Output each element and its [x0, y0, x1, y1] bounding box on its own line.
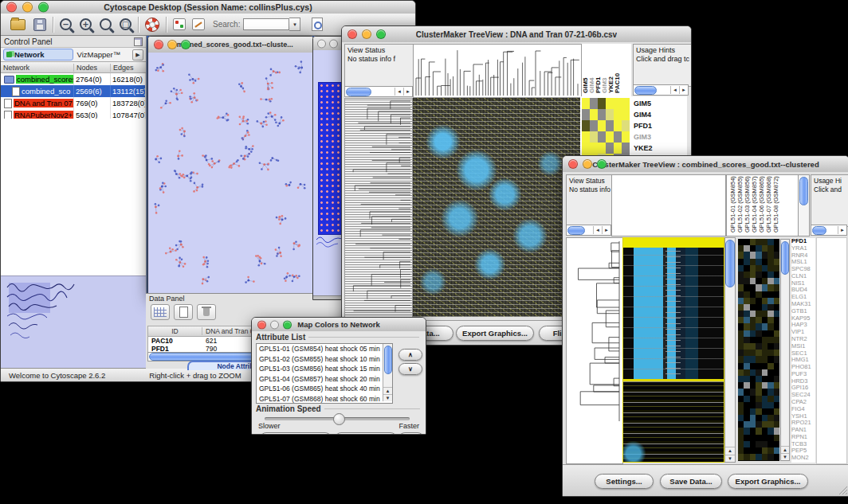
column-label[interactable]: GPL51-04 (GSM857) [751, 175, 758, 232]
network-canvas[interactable] [148, 53, 313, 294]
open-session-icon[interactable] [10, 19, 26, 30]
gene-label[interactable]: YKE2 [634, 143, 686, 154]
slider-thumb[interactable] [333, 413, 345, 425]
resize-grip[interactable] [838, 486, 848, 495]
column-label[interactable]: GPL51-07 (GSM868) [765, 175, 772, 232]
column-label[interactable]: GPL51-03 (GSM856) [744, 175, 751, 232]
vizmapper-icon[interactable] [173, 18, 186, 30]
scroll-left-icon[interactable]: ◄ [593, 226, 602, 234]
tab-scroll-arrow[interactable]: ▶ [132, 49, 143, 61]
scroll-left-icon[interactable]: ◄ [395, 88, 403, 96]
move-up-button[interactable]: ∧ [398, 349, 422, 361]
attribute-list-item[interactable]: GPL51-04 (GSM857) heat shock 20 min [257, 374, 392, 385]
delete-attribute-trash-icon[interactable] [197, 304, 216, 320]
gene-label[interactable]: GIM4 [634, 109, 686, 120]
zoom-in-icon[interactable]: + [80, 18, 92, 30]
network-row-combined-scores[interactable]: combined_scores 2764(0) 16218(0) [1, 73, 146, 85]
zoom-window-icon[interactable] [376, 29, 386, 39]
gene-label[interactable]: MON2 [791, 455, 815, 462]
column-label[interactable]: GIM3 [601, 44, 607, 93]
treeview-combined-titlebar[interactable]: ClusterMaker TreeView : combined_scores_… [563, 156, 848, 173]
labels-vscrollbar[interactable] [798, 174, 810, 236]
minimize-icon[interactable] [22, 2, 33, 13]
background-window-titlebar[interactable] [313, 37, 345, 51]
close-icon[interactable] [568, 159, 578, 169]
minimize-icon[interactable] [270, 320, 279, 329]
dialog-titlebar[interactable]: Map Colors to Network [252, 318, 426, 332]
tab-vizmapper[interactable]: VizMapper™ [77, 50, 129, 59]
settings-button[interactable]: Settings... [595, 474, 654, 489]
col-network[interactable]: Network [1, 64, 74, 72]
export-graphics-button[interactable]: Export Graphics... [456, 326, 534, 341]
network-row-dna-tran[interactable]: DNA and Tran 07 769(0) 183728(0) [1, 97, 146, 109]
move-down-button[interactable]: ∨ [398, 363, 422, 375]
create-vizmap-button[interactable]: Create Vizmap [335, 432, 397, 435]
col-edges[interactable]: Edges [111, 64, 146, 72]
main-titlebar[interactable]: Cytoscape Desktop (Session Name: collins… [1, 1, 415, 14]
col-nodes[interactable]: Nodes [74, 64, 111, 72]
gene-label[interactable]: PFD1 [634, 120, 686, 131]
attribute-list-item[interactable]: GPL51-07 (GSM868) heat shock 60 min [257, 394, 392, 404]
row-dendrogram[interactable] [344, 98, 413, 318]
column-label[interactable]: YKE2 [607, 44, 614, 93]
animation-speed-slider[interactable] [265, 417, 410, 420]
scroll-up-icon[interactable]: ▲ [725, 447, 735, 454]
close-icon[interactable] [6, 2, 17, 13]
attribute-list-item[interactable]: GPL51-01 (GSM854) heat shock 05 min [257, 344, 392, 354]
zoom-window-icon[interactable] [181, 40, 190, 49]
help-lifering-icon[interactable] [145, 18, 159, 32]
minimize-icon[interactable] [329, 39, 338, 48]
animate-vizmap-button[interactable]: Animate Vizmap [260, 432, 332, 435]
close-icon[interactable] [257, 320, 266, 329]
scroll-down-icon[interactable]: ▼ [725, 455, 735, 462]
attribute-list-item[interactable]: GPL51-02 (GSM855) heat shock 10 min [257, 354, 392, 365]
done-button[interactable]: Done [398, 432, 424, 435]
minimize-icon[interactable] [362, 29, 371, 39]
zoom-window-icon[interactable] [38, 2, 49, 13]
zoom-vscrollbar[interactable]: ▲ ▼ [780, 239, 790, 461]
scroll-right-icon[interactable]: ► [838, 226, 846, 234]
minimize-icon[interactable] [583, 159, 592, 169]
scroll-up-icon[interactable]: ▲ [781, 446, 789, 453]
annotation-icon[interactable] [192, 18, 205, 30]
scroll-right-icon[interactable]: ► [602, 226, 610, 234]
column-dendrogram[interactable] [413, 44, 582, 98]
heatmap-global-view[interactable] [413, 98, 580, 317]
tab-network[interactable]: Network [3, 49, 73, 61]
usage-hints-scrollbar[interactable]: ◄ ► [633, 84, 689, 96]
close-icon[interactable] [317, 39, 326, 48]
column-label[interactable]: GPL51-02 (GSM855) [736, 175, 744, 232]
network-overview-thumbnail[interactable] [1, 275, 146, 369]
gene-label[interactable]: GIM3 [634, 131, 686, 143]
save-session-icon[interactable] [33, 18, 46, 31]
column-label[interactable]: PFD1 [595, 44, 601, 93]
save-data-button[interactable]: Save Data... [660, 474, 722, 489]
attribute-list-vscrollbar[interactable]: ▲ ▼ [383, 344, 392, 401]
zoom-out-icon[interactable]: − [60, 18, 72, 30]
heatmap-global-view[interactable] [622, 237, 724, 463]
zoom-window-icon[interactable] [597, 159, 607, 169]
table-grid-icon[interactable] [151, 304, 170, 320]
minimize-icon[interactable] [167, 40, 177, 49]
view-status-scrollbar[interactable]: ◄ ► [344, 86, 413, 97]
treeview-dna-titlebar[interactable]: ClusterMaker TreeView : DNA and Tran 07-… [342, 26, 691, 43]
scroll-up-icon[interactable]: ▲ [383, 387, 392, 394]
column-label[interactable]: GIM5 [582, 44, 588, 93]
attribute-list-item[interactable]: GPL51-06 (GSM865) heat shock 40 min [257, 384, 392, 394]
scroll-right-icon[interactable]: ► [403, 88, 412, 96]
zoom-fit-icon[interactable] [100, 18, 112, 30]
scroll-left-icon[interactable]: ◄ [670, 86, 679, 94]
scroll-down-icon[interactable]: ▼ [383, 394, 392, 401]
new-attribute-icon[interactable] [174, 304, 193, 320]
column-label[interactable]: GPL51-06 (GSM865) [758, 175, 765, 232]
close-icon[interactable] [154, 40, 163, 49]
view-status-scrollbar[interactable]: ◄ ► [566, 225, 611, 236]
attribute-list[interactable]: GPL51-01 (GSM854) heat shock 05 minGPL51… [256, 343, 393, 404]
col-id[interactable]: ID [148, 327, 202, 335]
scroll-down-icon[interactable]: ▼ [781, 453, 789, 460]
network-row-selected[interactable]: combined_sco 2569(6) 13112(15) [1, 85, 146, 97]
column-label[interactable]: GPL51-01 (GSM854) [729, 175, 736, 232]
float-panel-icon[interactable] [134, 37, 143, 46]
column-label[interactable]: GPL51-08 (GSM872) [772, 175, 779, 232]
search-input[interactable] [243, 18, 289, 30]
